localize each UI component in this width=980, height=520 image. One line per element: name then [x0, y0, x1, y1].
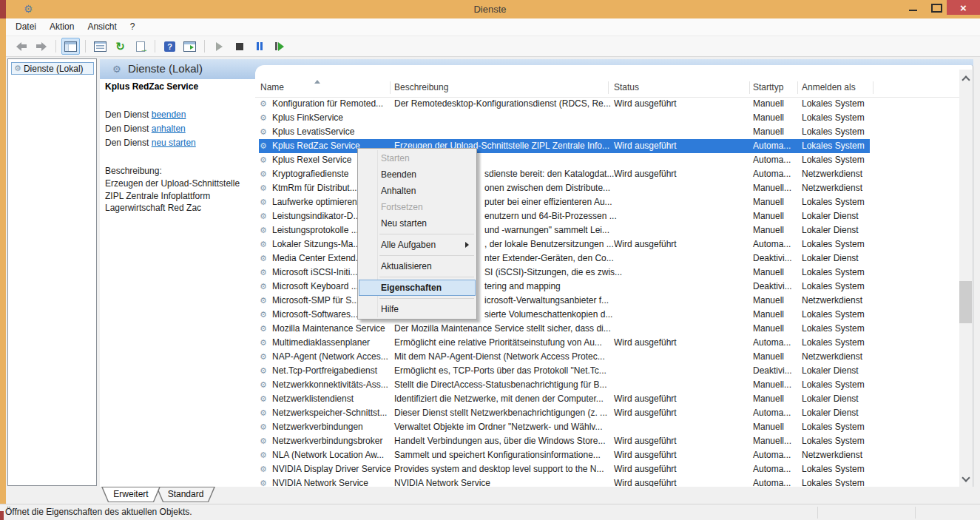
forward-button[interactable]: [32, 38, 50, 55]
table-row[interactable]: ⚙Konfiguration für Remoted...Der Remoted…: [255, 97, 961, 111]
cell-status: Wird ausgeführt: [614, 406, 677, 420]
menu-item-alle-aufgaben[interactable]: Alle Aufgaben: [359, 237, 476, 253]
service-gear-icon: ⚙: [260, 97, 267, 111]
service-gear-icon: ⚙: [260, 195, 267, 209]
refresh-icon: ↻: [115, 41, 125, 52]
stop-service-button[interactable]: [230, 38, 249, 55]
scrollbar-thumb[interactable]: [959, 281, 972, 323]
menu-item-beenden[interactable]: Beenden: [359, 166, 476, 183]
menubar-item-ansicht[interactable]: Ansicht: [81, 18, 123, 36]
column-divider[interactable]: [749, 81, 750, 94]
column-divider[interactable]: [390, 81, 391, 94]
cell-starttyp: Automa...: [753, 167, 791, 181]
cell-starttyp: Manuell: [753, 420, 784, 434]
service-gear-icon: ⚙: [260, 294, 267, 308]
stop-service-link[interactable]: beenden: [152, 109, 186, 120]
table-row[interactable]: ⚙Netzwerkkonnektivitäts-Ass...Stellt die…: [255, 378, 961, 392]
table-row[interactable]: ⚙NVIDIA Network ServiceNVIDIA Network Se…: [255, 476, 961, 487]
cell-beschreibung: NVIDIA Network Service: [394, 476, 490, 487]
table-row[interactable]: ⚙NetzwerklistendienstIdentifiziert die N…: [255, 392, 961, 406]
menubar-item-[interactable]: ?: [124, 18, 142, 36]
refresh-button[interactable]: ↻: [111, 38, 129, 55]
table-row[interactable]: ⚙Kplus FinkServiceManuellLokales System: [255, 111, 961, 125]
column-header-name[interactable]: Name: [260, 79, 284, 96]
column-header-starttyp[interactable]: Starttyp: [753, 79, 783, 96]
restart-service-button[interactable]: [270, 38, 288, 55]
properties-icon: [94, 41, 107, 52]
tree-item-dienste-lokal[interactable]: ⚙ Dienste (Lokal): [11, 62, 94, 75]
menu-item-eigenschaften[interactable]: Eigenschaften: [359, 280, 476, 296]
column-divider[interactable]: [797, 81, 798, 94]
table-row[interactable]: ⚙NetzwerkverbindungsbrokerHandelt Verbin…: [255, 434, 961, 448]
table-row[interactable]: ⚙NetzwerkverbindungenVerwaltet Objekte i…: [255, 420, 961, 434]
table-row[interactable]: ⚙NAP-Agent (Network Acces...Mit dem NAP-…: [255, 350, 961, 364]
menubar-item-aktion[interactable]: Aktion: [43, 18, 81, 36]
close-icon: ×: [960, 1, 967, 14]
cell-name: Microsoft-Softwares...: [272, 308, 358, 322]
menubar-item-datei[interactable]: Datei: [9, 18, 43, 36]
tab-erweitert[interactable]: Erweitert: [101, 487, 160, 502]
cell-beschreibung: puter bei einer effizienteren Au...: [484, 195, 612, 209]
cell-anmelden-als: Lokales System: [802, 266, 865, 280]
table-row[interactable]: ⚙Kplus LevatisServiceManuellLokales Syst…: [255, 125, 961, 139]
menu-item-aktualisieren[interactable]: Aktualisieren: [359, 258, 476, 274]
column-divider[interactable]: [873, 81, 873, 94]
cell-name: Laufwerke optimieren: [272, 195, 357, 209]
console-tree-button[interactable]: [61, 38, 80, 55]
tab-label: Erweitert: [101, 487, 160, 502]
close-button[interactable]: ×: [947, 0, 980, 15]
cell-starttyp: Deaktivi...: [753, 251, 792, 266]
service-gear-icon: ⚙: [260, 167, 267, 181]
description-line: Erzeugen der Upload-Schnittstelle: [105, 178, 255, 190]
menu-item-hilfe[interactable]: Hilfe: [359, 301, 476, 317]
column-header-anmelden-als[interactable]: Anmelden als: [802, 79, 856, 96]
toolbar: ↻→?: [6, 36, 980, 57]
cell-name: Multimediaklassenplaner: [272, 336, 370, 350]
pause-service-link[interactable]: anhalten: [152, 124, 186, 134]
tree-item-label: Dienste (Lokal): [24, 64, 84, 74]
menu-item-anhalten[interactable]: Anhalten: [359, 183, 476, 199]
table-row[interactable]: ⚙Net.Tcp-PortfreigabedienstErmöglicht es…: [255, 364, 961, 378]
minimize-button[interactable]: [901, 0, 925, 16]
cell-anmelden-als: Lokales System: [802, 195, 865, 209]
cell-name: Netzwerklistendienst: [272, 392, 354, 406]
scroll-down-icon[interactable]: [962, 475, 968, 481]
menu-item-neu-starten[interactable]: Neu starten: [359, 215, 476, 232]
action-pane-button[interactable]: [180, 38, 199, 55]
column-header-beschreibung[interactable]: Beschreibung: [394, 79, 448, 96]
help-button[interactable]: ?: [160, 38, 179, 55]
cell-name: Konfiguration für Remoted...: [272, 97, 383, 111]
back-button[interactable]: [12, 38, 30, 55]
pause-service-button[interactable]: [250, 38, 268, 55]
vertical-scrollbar[interactable]: [959, 70, 972, 487]
service-gear-icon: ⚙: [260, 237, 267, 251]
column-divider[interactable]: [608, 81, 609, 94]
table-row[interactable]: ⚙MultimediaklassenplanerErmöglicht eine …: [255, 336, 961, 350]
scroll-up-icon[interactable]: [962, 75, 968, 81]
service-gear-icon: ⚙: [260, 266, 267, 280]
export-list-button[interactable]: →: [131, 38, 149, 55]
window-left-border: [0, 18, 6, 504]
table-row[interactable]: ⚙Mozilla Maintenance ServiceDer Mozilla …: [255, 322, 961, 336]
submenu-arrow-icon: [465, 242, 469, 248]
context-menu: StartenBeendenAnhaltenFortsetzenNeu star…: [357, 148, 477, 320]
tab-standard[interactable]: Standard: [156, 487, 215, 502]
service-detail-panel: Kplus RedZac Service Den Dienst beenden …: [100, 79, 255, 487]
properties-button[interactable]: [91, 38, 109, 55]
cell-starttyp: Manuell: [753, 125, 784, 139]
column-header-status[interactable]: Status: [614, 79, 639, 96]
maximize-button[interactable]: [925, 0, 948, 16]
statusbar-divider: [915, 507, 916, 519]
cell-starttyp: Manuell: [753, 266, 784, 280]
service-gear-icon: ⚙: [260, 476, 267, 487]
table-row[interactable]: ⚙NVIDIA Display Driver ServiceProvides s…: [255, 462, 961, 476]
cell-name: Lokaler Sitzungs-Ma...: [272, 237, 360, 251]
service-gear-icon: ⚙: [260, 350, 267, 364]
table-row[interactable]: ⚙NLA (Network Location Aw...Sammelt und …: [255, 448, 961, 462]
cell-name: Net.Tcp-Portfreigabedienst: [272, 364, 377, 378]
stop-service-icon: [236, 43, 243, 50]
table-row[interactable]: ⚙Netzwerkspeicher-Schnittst...Dieser Die…: [255, 406, 961, 420]
start-service-button[interactable]: [210, 38, 229, 55]
cell-name: NAP-Agent (Network Acces...: [272, 350, 388, 364]
restart-service-link[interactable]: neu starten: [152, 138, 196, 148]
